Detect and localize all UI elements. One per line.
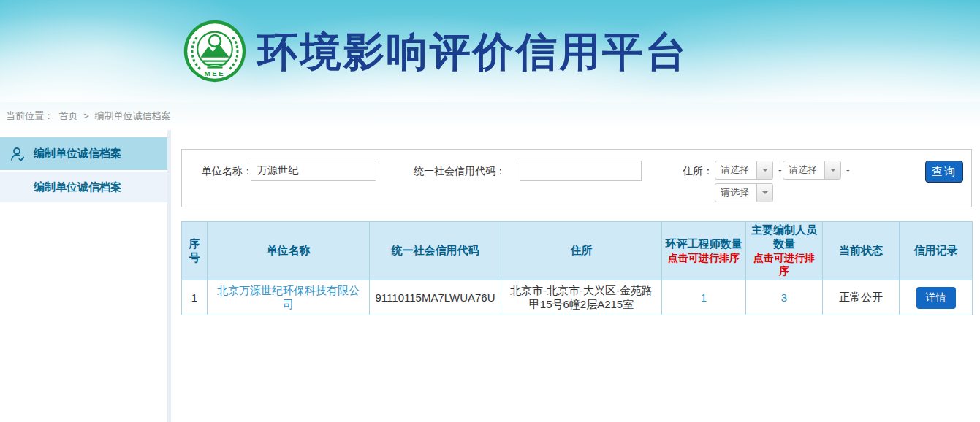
sidebar-item-unit-credit-archive[interactable]: 编制单位诚信档案 (0, 137, 167, 170)
sort-hint[interactable]: 点击可进行排序 (749, 252, 819, 278)
col-header-credit-code: 统一社会信用代码 (370, 222, 501, 280)
district-select-value: 请选择 (715, 184, 756, 202)
address-dash-2: - (846, 164, 850, 176)
sidebar-subitem-unit-credit-archive[interactable]: 编制单位诚信档案 (0, 172, 167, 202)
sidebar-subitem-label: 编制单位诚信档案 (34, 180, 121, 194)
chevron-down-icon[interactable] (756, 161, 772, 179)
district-select[interactable]: 请选择 (715, 183, 773, 202)
col-header-index: 序号 (182, 222, 208, 280)
address-dash-1: - (778, 164, 782, 176)
search-panel: 单位名称： 统一社会信用代码： 住所： 请选择 - 请选择 - 请选择 查询 (181, 149, 972, 207)
col-header-staff-count[interactable]: 主要编制人员数量 点击可进行排序 (746, 222, 823, 280)
mee-logo-icon: MEE (183, 19, 247, 83)
mee-logo-text: MEE (205, 69, 226, 77)
breadcrumb-home-link[interactable]: 首页 (59, 110, 78, 121)
cell-address: 北京市-北京市-大兴区-金苑路甲15号6幢2层A215室 (501, 280, 662, 315)
user-check-icon (9, 145, 26, 163)
province-select[interactable]: 请选择 (715, 161, 773, 180)
unit-name-link[interactable]: 北京万源世纪环保科技有限公司 (217, 284, 360, 310)
cell-status: 正常公开 (823, 280, 900, 315)
unit-name-label: 单位名称： (202, 165, 253, 178)
col-header-unit-name: 单位名称 (208, 222, 370, 280)
city-select-value: 请选择 (783, 161, 824, 179)
sort-hint[interactable]: 点击可进行排序 (665, 252, 742, 265)
staff-count-title: 主要编制人员数量 (749, 223, 819, 251)
col-header-engineer-count[interactable]: 环评工程师数量 点击可进行排序 (662, 222, 746, 280)
chevron-down-icon[interactable] (824, 161, 840, 179)
col-header-address: 住所 (501, 222, 662, 280)
table-header-row: 序号 单位名称 统一社会信用代码 住所 环评工程师数量 点击可进行排序 主要编制… (182, 222, 973, 280)
site-banner: MEE 环境影响评价信用平台 (0, 0, 980, 102)
chevron-down-icon[interactable] (756, 184, 772, 202)
staff-count-link[interactable]: 3 (781, 291, 787, 304)
main-panel: 单位名称： 统一社会信用代码： 住所： 请选择 - 请选择 - 请选择 查询 (171, 130, 980, 422)
breadcrumb: 当前位置： 首页 > 编制单位诚信档案 (0, 102, 980, 130)
province-select-value: 请选择 (715, 161, 756, 179)
credit-code-input[interactable] (520, 161, 642, 181)
breadcrumb-separator: > (83, 110, 89, 121)
content-area: 编制单位诚信档案 编制单位诚信档案 单位名称： 统一社会信用代码： 住所： 请选… (0, 130, 980, 422)
cell-index: 1 (182, 280, 208, 315)
engineer-count-link[interactable]: 1 (701, 291, 707, 304)
breadcrumb-current: 编制单位诚信档案 (94, 110, 170, 121)
table-row: 1 北京万源世纪环保科技有限公司 91110115MA7LWUA76U 北京市-… (182, 280, 973, 315)
page-title: 环境影响评价信用平台 (257, 25, 688, 80)
col-header-credit-record: 信用记录 (900, 222, 973, 280)
col-header-status: 当前状态 (823, 222, 900, 280)
detail-button[interactable]: 详情 (916, 287, 956, 309)
city-select[interactable]: 请选择 (783, 161, 841, 180)
engineer-count-title: 环评工程师数量 (665, 237, 742, 251)
query-button[interactable]: 查询 (925, 161, 963, 183)
breadcrumb-label: 当前位置： (6, 110, 53, 121)
sidebar: 编制单位诚信档案 编制单位诚信档案 (0, 130, 167, 422)
credit-code-label: 统一社会信用代码： (414, 165, 506, 178)
address-label: 住所： (683, 165, 713, 178)
sidebar-item-label: 编制单位诚信档案 (34, 147, 121, 161)
unit-name-input[interactable] (251, 161, 376, 181)
results-table: 序号 单位名称 统一社会信用代码 住所 环评工程师数量 点击可进行排序 主要编制… (181, 221, 973, 315)
cell-credit-code: 91110115MA7LWUA76U (370, 280, 501, 315)
